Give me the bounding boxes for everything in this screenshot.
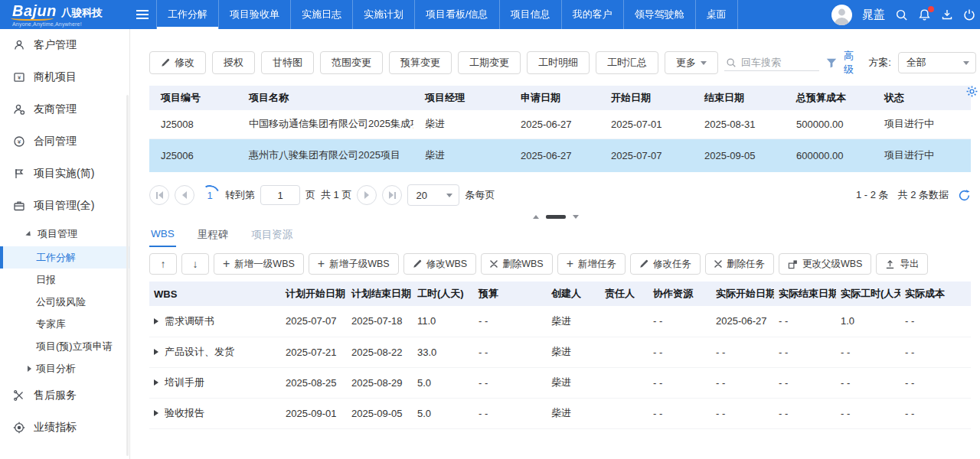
- power-icon[interactable]: [963, 8, 975, 21]
- delete-wbs-button[interactable]: 删除WBS: [481, 253, 552, 275]
- add-level1-wbs-button[interactable]: + 新增一级WBS: [214, 253, 304, 275]
- edit-task-button[interactable]: 修改任务: [630, 253, 701, 275]
- sidebar-subitem-work-breakdown[interactable]: 工作分解: [0, 246, 129, 269]
- col-start-date: 开始日期: [599, 86, 693, 110]
- scope-change-button[interactable]: 范围变更: [320, 51, 383, 74]
- project-row-selected[interactable]: J25006 惠州市八骏集团有限公司2025项目 柴进 2025-06-27 2…: [149, 138, 971, 172]
- pencil-icon: [413, 259, 422, 269]
- nav-item-desktop[interactable]: 桌面: [695, 0, 738, 29]
- move-down-button[interactable]: ↓: [181, 253, 209, 275]
- delete-task-button[interactable]: 删除任务: [705, 253, 774, 275]
- tab-wbs[interactable]: WBS: [149, 223, 176, 247]
- expand-caret-icon[interactable]: [154, 379, 158, 386]
- prev-page-button[interactable]: [175, 185, 194, 205]
- download-icon[interactable]: [941, 8, 953, 21]
- nav-item-project-board[interactable]: 项目看板/信息: [414, 0, 499, 29]
- top-navigation: 工作分解 项目验收单 实施日志 实施计划 项目看板/信息 项目信息 我的客户 领…: [156, 0, 738, 29]
- change-parent-wbs-button[interactable]: 更改父级WBS: [779, 253, 871, 275]
- nav-item-my-customers[interactable]: 我的客户: [561, 0, 623, 29]
- nav-item-acceptance-form[interactable]: 项目验收单: [218, 0, 290, 29]
- collapse-up-icon[interactable]: [533, 215, 539, 219]
- gantt-button[interactable]: 甘特图: [261, 51, 314, 74]
- last-page-icon: [389, 191, 394, 199]
- sidebar-item-opportunity-projects[interactable]: ¥ 商机项目: [0, 61, 129, 93]
- next-page-button[interactable]: [357, 185, 377, 205]
- search-filter-cluster: 高级 方案: 全部 +: [724, 49, 980, 76]
- nav-item-project-info[interactable]: 项目信息: [499, 0, 561, 29]
- export-button[interactable]: 导出: [876, 253, 928, 275]
- hours-detail-button[interactable]: 工时明细: [527, 51, 590, 74]
- sidebar-subitem-label: 日报: [36, 273, 56, 287]
- nav-item-leader-cockpit[interactable]: 领导驾驶舱: [623, 0, 695, 29]
- duration-change-button[interactable]: 工期变更: [458, 51, 521, 74]
- wbs-row[interactable]: 需求调研书 2025-07-07 2025-07-18 11.0 - - 柴进 …: [149, 306, 971, 337]
- goto-page-input[interactable]: [260, 185, 300, 205]
- tab-project-resources[interactable]: 项目资源: [250, 223, 294, 247]
- sidebar-subitem-project-approval[interactable]: 项目(预)立项申请: [0, 335, 129, 357]
- budget-change-button[interactable]: 预算变更: [389, 51, 452, 74]
- add-child-wbs-button[interactable]: + 新增子级WBS: [309, 253, 399, 275]
- sidebar-subitem-expert-library[interactable]: 专家库: [0, 313, 129, 335]
- partner-icon: [13, 103, 25, 116]
- collapse-down-icon[interactable]: [573, 215, 579, 219]
- hours-summary-button[interactable]: 工时汇总: [596, 51, 658, 74]
- more-button[interactable]: 更多: [665, 51, 718, 74]
- col-plan-end: 计划结束日期: [347, 282, 413, 306]
- sidebar-subitem-daily-report[interactable]: 日报: [0, 269, 129, 291]
- sidebar-item-after-sales[interactable]: 售后服务: [0, 379, 129, 412]
- wbs-name-text: 培训手册: [165, 376, 204, 389]
- sidebar-item-contract-management[interactable]: ¥ 合同管理: [0, 125, 129, 158]
- advanced-search-link[interactable]: 高级: [844, 49, 861, 76]
- sidebar-subitem-project-analysis[interactable]: 项目分析: [0, 357, 129, 379]
- expand-caret-icon[interactable]: [154, 349, 158, 355]
- wbs-row[interactable]: 验收报告 2025-09-01 2025-09-05 5.0 - - 柴进 - …: [149, 398, 971, 428]
- wbs-table-header: WBS 计划开始日期 计划结束日期 工时(人天) 预算 创建人 责任人 协作资源…: [149, 282, 971, 306]
- notifications-bell-icon[interactable]: [918, 8, 931, 21]
- column-settings-gear-icon[interactable]: [966, 86, 978, 100]
- nav-item-work-breakdown[interactable]: 工作分解: [156, 0, 218, 29]
- search-icon[interactable]: [895, 8, 908, 21]
- wbs-table: WBS 计划开始日期 计划结束日期 工时(人天) 预算 创建人 责任人 协作资源…: [149, 282, 971, 429]
- sidebar-subitem-company-risk[interactable]: 公司级风险: [0, 291, 129, 313]
- caret-down-icon: [446, 194, 452, 197]
- add-task-button[interactable]: + 新增任务: [557, 253, 626, 275]
- menu-toggle-icon[interactable]: [129, 0, 156, 29]
- opportunity-ticket-icon: ¥: [13, 71, 25, 83]
- col-plan-start: 计划开始日期: [281, 282, 347, 306]
- sidebar-subitem-label: 项目分析: [36, 362, 76, 376]
- sidebar-item-customer-management[interactable]: 客户管理: [0, 29, 129, 61]
- first-page-button[interactable]: [149, 185, 169, 205]
- user-avatar[interactable]: [831, 5, 852, 25]
- col-actual-end: 实际结束日期: [774, 282, 836, 306]
- splitter-drag-handle[interactable]: [546, 215, 566, 219]
- sidebar-subitem-label: 专家库: [36, 317, 66, 331]
- search-input[interactable]: [741, 57, 818, 68]
- sidebar-item-project-management-full[interactable]: 项目管理(全): [0, 190, 129, 222]
- topbar-right-cluster: 晁盖: [831, 0, 980, 29]
- sidebar-group-project-management[interactable]: 项目管理: [0, 222, 129, 246]
- sidebar-item-project-implementation[interactable]: 项目实施(简): [0, 158, 129, 190]
- sidebar-scrollbar[interactable]: [126, 95, 129, 456]
- filter-funnel-icon[interactable]: [826, 58, 837, 68]
- edit-wbs-button[interactable]: 修改WBS: [403, 253, 476, 275]
- refresh-icon[interactable]: [958, 189, 971, 202]
- sidebar-item-performance-metrics[interactable]: 业绩指标: [0, 412, 129, 444]
- wbs-row[interactable]: 培训手册 2025-08-25 2025-08-29 5.0 - - 柴进 - …: [149, 367, 971, 398]
- page-unit-label: 页: [305, 188, 315, 202]
- nav-item-implementation-plan[interactable]: 实施计划: [352, 0, 414, 29]
- scheme-select[interactable]: 全部: [898, 52, 976, 73]
- authorize-button[interactable]: 授权: [212, 51, 255, 74]
- nav-item-implementation-log[interactable]: 实施日志: [290, 0, 352, 29]
- sidebar-item-label: 业绩指标: [34, 421, 77, 435]
- move-up-button[interactable]: ↑: [149, 253, 177, 275]
- sidebar-item-partner-management[interactable]: 友商管理: [0, 93, 129, 125]
- expand-caret-icon[interactable]: [154, 410, 158, 416]
- last-page-button[interactable]: [382, 185, 402, 205]
- page-size-select[interactable]: 20: [407, 184, 459, 206]
- tab-milestone[interactable]: 里程碑: [196, 223, 230, 247]
- wbs-row[interactable]: 产品设计、发货 2025-07-21 2025-08-22 33.0 - - 柴…: [149, 337, 971, 367]
- current-page-button[interactable]: 1: [200, 185, 220, 205]
- project-row[interactable]: J25008 中国移动通信集团有限公司2025集成项目 柴进 2025-06-2…: [149, 110, 971, 138]
- edit-project-button[interactable]: 修改: [149, 51, 206, 74]
- expand-caret-icon[interactable]: [154, 318, 158, 324]
